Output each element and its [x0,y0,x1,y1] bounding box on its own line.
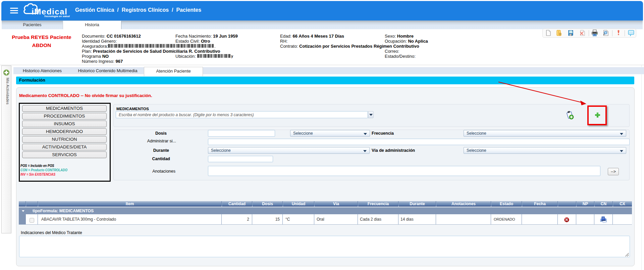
svg-text:Tecnología en salud: Tecnología en salud [44,15,70,18]
